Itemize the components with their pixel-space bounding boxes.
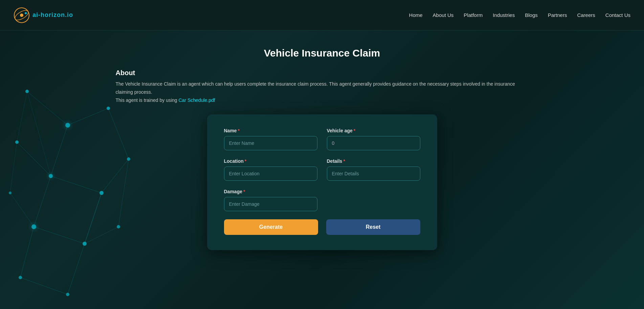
- nav-home[interactable]: Home: [409, 12, 423, 18]
- logo-icon: [14, 7, 30, 23]
- details-required: *: [343, 158, 345, 164]
- details-label: Details*: [327, 158, 420, 164]
- nav-blogs[interactable]: Blogs: [525, 12, 538, 18]
- svg-line-23: [10, 142, 17, 193]
- main-content: Vehicle Insurance Claim About The Vehicl…: [0, 30, 644, 309]
- form-group-vehicle-age: Vehicle age*: [327, 128, 420, 150]
- svg-line-7: [51, 176, 102, 193]
- svg-point-2: [20, 14, 23, 17]
- content-wrapper: Vehicle Insurance Claim About The Vehicl…: [102, 30, 542, 270]
- svg-line-18: [68, 244, 85, 294]
- form-group-location: Location*: [224, 158, 317, 181]
- name-required: *: [238, 128, 240, 133]
- damage-label: Damage*: [224, 189, 317, 194]
- form-group-damage: Damage*: [224, 189, 317, 211]
- svg-point-33: [19, 276, 22, 279]
- svg-line-12: [34, 176, 51, 227]
- form-row-2: Location* Details*: [224, 158, 420, 181]
- about-heading: About: [116, 69, 529, 77]
- svg-point-32: [83, 242, 87, 246]
- svg-point-37: [62, 119, 74, 131]
- logo[interactable]: ai-horizon.io: [14, 7, 73, 23]
- svg-point-3: [25, 12, 27, 14]
- location-input[interactable]: [224, 167, 317, 181]
- svg-point-25: [65, 123, 70, 128]
- nav-industries[interactable]: Industries: [493, 12, 515, 18]
- name-input[interactable]: [224, 136, 317, 150]
- logo-text: ai-horizon.io: [32, 12, 73, 19]
- form-group-details: Details*: [327, 158, 420, 181]
- vehicle-age-input[interactable]: [327, 136, 420, 150]
- svg-line-13: [34, 227, 85, 244]
- svg-line-15: [85, 193, 102, 244]
- reset-button[interactable]: Reset: [326, 219, 420, 235]
- about-pdf-link[interactable]: Car Schedule.pdf: [179, 97, 215, 103]
- nav-careers[interactable]: Careers: [577, 12, 595, 18]
- svg-point-36: [9, 192, 12, 194]
- form-group-name: Name*: [224, 128, 317, 150]
- about-text-1: The Vehicle Insurance Claim is an agent …: [116, 81, 515, 95]
- nav-partners[interactable]: Partners: [548, 12, 567, 18]
- form-actions: Generate Reset: [224, 219, 420, 235]
- name-label: Name*: [224, 128, 317, 133]
- damage-input[interactable]: [224, 197, 317, 211]
- about-text-2: This agent is trained by using: [116, 97, 179, 103]
- svg-line-11: [17, 91, 27, 142]
- about-description: The Vehicle Insurance Claim is an agent …: [116, 80, 529, 104]
- nav-contact[interactable]: Contact Us: [605, 12, 630, 18]
- generate-button[interactable]: Generate: [224, 219, 318, 235]
- svg-point-38: [46, 171, 56, 181]
- svg-line-10: [17, 142, 51, 176]
- nav-platform[interactable]: Platform: [464, 12, 483, 18]
- vehicle-age-required: *: [354, 128, 355, 133]
- svg-line-4: [27, 91, 68, 125]
- svg-line-17: [20, 278, 68, 294]
- svg-line-16: [20, 227, 34, 278]
- svg-point-39: [28, 221, 40, 233]
- form-row-1: Name* Vehicle age*: [224, 128, 420, 150]
- svg-line-6: [51, 125, 68, 176]
- svg-point-31: [31, 224, 36, 229]
- nav-about[interactable]: About Us: [433, 12, 454, 18]
- about-section: About The Vehicle Insurance Claim is an …: [116, 69, 529, 104]
- location-required: *: [245, 158, 246, 164]
- damage-required: *: [243, 189, 245, 194]
- svg-point-30: [15, 140, 19, 144]
- svg-line-9: [27, 91, 51, 176]
- svg-point-34: [66, 293, 69, 296]
- vehicle-age-label: Vehicle age*: [327, 128, 420, 133]
- location-label: Location*: [224, 158, 317, 164]
- svg-point-24: [25, 90, 29, 93]
- nav-links: Home About Us Platform Industries Blogs …: [409, 12, 630, 18]
- page-title: Vehicle Insurance Claim: [116, 47, 529, 59]
- form-row-3: Damage*: [224, 189, 420, 211]
- svg-line-14: [85, 193, 102, 244]
- details-input[interactable]: [327, 167, 420, 181]
- svg-line-22: [10, 193, 34, 227]
- svg-point-27: [49, 174, 53, 178]
- navbar: ai-horizon.io Home About Us Platform Ind…: [0, 0, 644, 30]
- form-card: Name* Vehicle age* Location*: [207, 114, 437, 250]
